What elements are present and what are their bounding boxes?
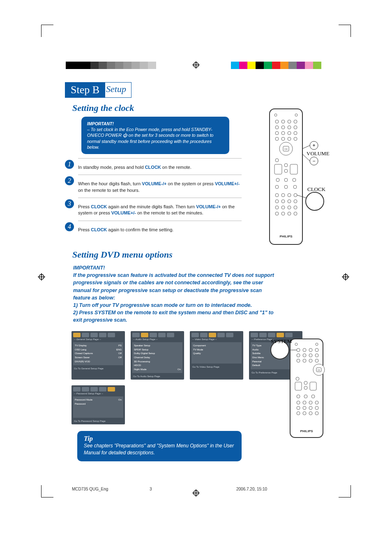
- svg-point-66: [294, 212, 297, 215]
- important2-line1: If the progressive scan feature is activ…: [73, 272, 274, 300]
- footer-doc-id: MCD735 QUG_Eng: [72, 487, 108, 491]
- footer-page-number: 3: [150, 487, 152, 491]
- tip-box: Tip See chapters "Preparations" and "Sys…: [77, 431, 242, 461]
- svg-point-55: [275, 200, 279, 203]
- remote-illustration-2: OK SYSTEM PHILIPS: [261, 337, 331, 440]
- important-note-1: IMPORTANT! – To set clock in the Eco Pow…: [81, 117, 229, 154]
- svg-point-78: [309, 354, 312, 357]
- svg-point-72: [297, 348, 300, 352]
- svg-point-74: [309, 348, 312, 352]
- svg-point-56: [281, 200, 285, 203]
- svg-point-18: [294, 120, 297, 123]
- svg-point-75: [315, 348, 318, 352]
- svg-point-54: [294, 193, 297, 197]
- svg-point-13: [274, 114, 277, 116]
- svg-point-48: [275, 185, 279, 189]
- svg-point-105: [309, 412, 312, 415]
- svg-text:OK: OK: [317, 369, 321, 371]
- brand-label: PHILIPS: [279, 235, 293, 238]
- important-heading: IMPORTANT!: [87, 121, 224, 127]
- svg-point-80: [297, 359, 300, 362]
- svg-rect-88: [295, 382, 302, 390]
- svg-point-101: [309, 406, 312, 410]
- svg-point-51: [275, 193, 279, 197]
- svg-point-43: [284, 169, 288, 173]
- svg-point-25: [288, 131, 291, 135]
- step-number: 2: [65, 176, 74, 185]
- svg-point-50: [293, 185, 297, 189]
- svg-point-89: [304, 381, 307, 385]
- remote-illustration-1: OK + − VOLUME CLOCK PHILIPS: [261, 107, 331, 246]
- svg-rect-12: [270, 109, 302, 244]
- osd-panel: -- Password Setup Page --Password ModeOn…: [71, 385, 125, 424]
- step-number: 1: [65, 160, 74, 169]
- svg-point-83: [315, 359, 318, 362]
- svg-text:−: −: [312, 158, 315, 164]
- step-text: When the hour digits flash, turn VOLUME-…: [78, 175, 242, 193]
- step-text: Press CLOCK again and the minute digits …: [78, 198, 242, 216]
- svg-point-46: [284, 178, 288, 182]
- svg-point-77: [303, 354, 306, 357]
- section-heading-dvd: Setting DVD menu options: [72, 249, 328, 260]
- svg-point-21: [288, 126, 291, 129]
- svg-point-67: [306, 192, 324, 210]
- svg-point-94: [311, 395, 315, 398]
- footer-timestamp: 2006.7.20, 15:10: [236, 487, 267, 491]
- step-item: 1In standby mode, press and hold CLOCK o…: [65, 158, 242, 170]
- svg-point-27: [275, 137, 279, 140]
- svg-point-24: [281, 131, 285, 135]
- svg-point-71: [316, 343, 318, 345]
- svg-point-14: [295, 114, 297, 116]
- svg-point-95: [297, 401, 300, 404]
- svg-point-16: [281, 120, 285, 123]
- svg-point-23: [275, 131, 279, 135]
- svg-point-82: [309, 359, 312, 362]
- svg-point-62: [294, 206, 297, 209]
- svg-point-30: [294, 137, 297, 140]
- svg-point-81: [303, 359, 306, 362]
- svg-point-63: [275, 212, 279, 215]
- printers-colorbar-left: [66, 62, 156, 69]
- step-text: Press CLOCK again to confirm the time se…: [78, 221, 242, 233]
- svg-point-87: [296, 377, 299, 380]
- step-item: 2When the hour digits flash, turn VOLUME…: [65, 175, 242, 193]
- svg-point-22: [294, 126, 297, 129]
- svg-point-45: [276, 178, 279, 182]
- svg-point-60: [281, 206, 285, 209]
- step-subtitle: Setup: [101, 82, 131, 98]
- important-body: – To set clock in the Eco Power mode, pr…: [87, 127, 224, 150]
- svg-point-15: [275, 120, 279, 123]
- svg-point-17: [288, 120, 291, 123]
- osd-panel: -- General Setup Page --TV DisplayPSOSD …: [71, 331, 125, 380]
- step-text: In standby mode, press and hold CLOCK on…: [78, 158, 242, 170]
- svg-point-26: [294, 131, 297, 135]
- tip-heading: Tip: [84, 435, 235, 442]
- svg-point-99: [297, 406, 300, 410]
- step-item: 4Press CLOCK again to confirm the time s…: [65, 221, 242, 233]
- svg-point-76: [297, 354, 300, 357]
- svg-point-52: [281, 193, 285, 197]
- svg-text:OK: OK: [284, 148, 288, 150]
- svg-point-102: [315, 406, 318, 410]
- svg-point-28: [281, 137, 285, 140]
- printers-colorbar-right: [231, 62, 321, 69]
- svg-point-79: [315, 354, 318, 357]
- svg-point-42: [284, 164, 288, 167]
- svg-rect-41: [274, 164, 282, 174]
- step-badge: Step B: [65, 82, 105, 98]
- svg-point-70: [295, 343, 297, 345]
- svg-point-59: [275, 206, 279, 209]
- svg-point-49: [284, 185, 288, 189]
- important2-line2: 1) Turn off your TV progressive scan mod…: [73, 302, 252, 308]
- svg-point-92: [297, 395, 300, 398]
- registration-mark: [192, 61, 200, 69]
- svg-point-106: [315, 412, 318, 415]
- svg-point-96: [303, 401, 306, 404]
- svg-point-73: [303, 348, 306, 352]
- brand-label: PHILIPS: [300, 429, 313, 433]
- tip-body: See chapters "Preparations" and "System …: [84, 442, 235, 456]
- osd-panel: -- Video Setup Page --ComponentTV ModeQu…: [190, 331, 243, 380]
- important2-line3: 2) Press SYSTEM on the remote to exit th…: [73, 310, 274, 323]
- registration-mark: [38, 273, 45, 281]
- svg-point-61: [288, 206, 291, 209]
